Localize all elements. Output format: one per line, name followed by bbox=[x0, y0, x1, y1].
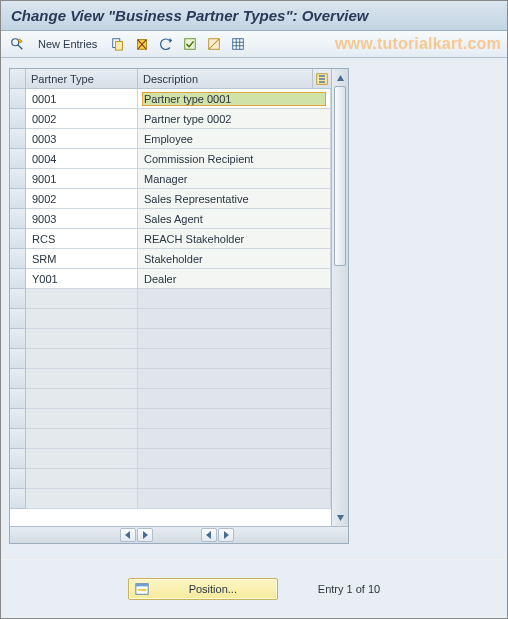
undo-icon[interactable] bbox=[156, 34, 176, 54]
cell-description[interactable] bbox=[138, 249, 331, 269]
scroll-left-icon-2[interactable] bbox=[201, 528, 217, 542]
cell-description[interactable] bbox=[138, 89, 331, 109]
table-settings-button[interactable] bbox=[313, 69, 331, 89]
cell-description[interactable] bbox=[138, 489, 331, 509]
col-header-description[interactable]: Description bbox=[138, 69, 313, 89]
row-handle[interactable] bbox=[10, 329, 26, 349]
cell-partner-type[interactable] bbox=[26, 89, 138, 109]
row-handle[interactable] bbox=[10, 309, 26, 329]
partner-type-input[interactable] bbox=[30, 172, 133, 186]
select-all-icon[interactable] bbox=[180, 34, 200, 54]
cell-partner-type[interactable] bbox=[26, 209, 138, 229]
row-handle[interactable] bbox=[10, 169, 26, 189]
row-handle[interactable] bbox=[10, 149, 26, 169]
cell-description[interactable] bbox=[138, 369, 331, 389]
cell-partner-type[interactable] bbox=[26, 429, 138, 449]
row-handle[interactable] bbox=[10, 129, 26, 149]
row-handle[interactable] bbox=[10, 189, 26, 209]
description-input[interactable] bbox=[142, 132, 326, 146]
cell-description[interactable] bbox=[138, 409, 331, 429]
partner-type-input[interactable] bbox=[30, 192, 133, 206]
cell-description[interactable] bbox=[138, 469, 331, 489]
partner-type-input[interactable] bbox=[30, 152, 133, 166]
cell-description[interactable] bbox=[138, 209, 331, 229]
cell-description[interactable] bbox=[138, 169, 331, 189]
row-handle[interactable] bbox=[10, 389, 26, 409]
description-input[interactable] bbox=[142, 92, 326, 106]
position-button[interactable]: Position... bbox=[128, 578, 278, 600]
scroll-right-icon[interactable] bbox=[137, 528, 153, 542]
partner-type-input[interactable] bbox=[30, 92, 133, 106]
table-settings-icon[interactable] bbox=[228, 34, 248, 54]
description-input[interactable] bbox=[142, 192, 326, 206]
cell-partner-type[interactable] bbox=[26, 449, 138, 469]
cell-partner-type[interactable] bbox=[26, 329, 138, 349]
partner-type-input[interactable] bbox=[30, 252, 133, 266]
toggle-change-icon[interactable] bbox=[7, 34, 27, 54]
description-input[interactable] bbox=[142, 112, 326, 126]
row-handle[interactable] bbox=[10, 369, 26, 389]
cell-description[interactable] bbox=[138, 389, 331, 409]
cell-description[interactable] bbox=[138, 329, 331, 349]
new-entries-button[interactable]: New Entries bbox=[31, 34, 104, 54]
description-input[interactable] bbox=[142, 212, 326, 226]
delete-icon[interactable] bbox=[132, 34, 152, 54]
row-handle[interactable] bbox=[10, 209, 26, 229]
row-handle[interactable] bbox=[10, 489, 26, 509]
row-handle[interactable] bbox=[10, 449, 26, 469]
row-handle[interactable] bbox=[10, 429, 26, 449]
cell-partner-type[interactable] bbox=[26, 289, 138, 309]
cell-description[interactable] bbox=[138, 149, 331, 169]
row-handle[interactable] bbox=[10, 469, 26, 489]
cell-partner-type[interactable] bbox=[26, 349, 138, 369]
cell-partner-type[interactable] bbox=[26, 249, 138, 269]
partner-type-input[interactable] bbox=[30, 132, 133, 146]
row-handle[interactable] bbox=[10, 89, 26, 109]
row-handle[interactable] bbox=[10, 349, 26, 369]
cell-description[interactable] bbox=[138, 289, 331, 309]
cell-partner-type[interactable] bbox=[26, 149, 138, 169]
cell-description[interactable] bbox=[138, 269, 331, 289]
cell-description[interactable] bbox=[138, 449, 331, 469]
cell-description[interactable] bbox=[138, 189, 331, 209]
description-input[interactable] bbox=[142, 152, 326, 166]
partner-type-input[interactable] bbox=[30, 272, 133, 286]
cell-partner-type[interactable] bbox=[26, 469, 138, 489]
row-handle[interactable] bbox=[10, 249, 26, 269]
row-handle[interactable] bbox=[10, 409, 26, 429]
cell-partner-type[interactable] bbox=[26, 109, 138, 129]
cell-partner-type[interactable] bbox=[26, 369, 138, 389]
partner-type-input[interactable] bbox=[30, 232, 133, 246]
cell-description[interactable] bbox=[138, 309, 331, 329]
cell-partner-type[interactable] bbox=[26, 389, 138, 409]
partner-type-input[interactable] bbox=[30, 212, 133, 226]
row-handle[interactable] bbox=[10, 109, 26, 129]
cell-partner-type[interactable] bbox=[26, 129, 138, 149]
cell-description[interactable] bbox=[138, 229, 331, 249]
cell-partner-type[interactable] bbox=[26, 309, 138, 329]
col-header-partner-type[interactable]: Partner Type bbox=[26, 69, 138, 89]
cell-partner-type[interactable] bbox=[26, 169, 138, 189]
deselect-all-icon[interactable] bbox=[204, 34, 224, 54]
copy-as-icon[interactable] bbox=[108, 34, 128, 54]
row-handle[interactable] bbox=[10, 269, 26, 289]
row-handle[interactable] bbox=[10, 229, 26, 249]
description-input[interactable] bbox=[142, 272, 326, 286]
horizontal-scrollbar[interactable] bbox=[10, 526, 348, 543]
cell-description[interactable] bbox=[138, 109, 331, 129]
cell-partner-type[interactable] bbox=[26, 269, 138, 289]
scroll-right-icon-2[interactable] bbox=[218, 528, 234, 542]
cell-partner-type[interactable] bbox=[26, 189, 138, 209]
vertical-scrollbar[interactable] bbox=[331, 69, 348, 526]
cell-partner-type[interactable] bbox=[26, 489, 138, 509]
description-input[interactable] bbox=[142, 232, 326, 246]
cell-description[interactable] bbox=[138, 129, 331, 149]
scroll-thumb[interactable] bbox=[334, 86, 346, 266]
cell-partner-type[interactable] bbox=[26, 409, 138, 429]
scroll-up-icon[interactable] bbox=[332, 70, 348, 86]
scroll-left-icon[interactable] bbox=[120, 528, 136, 542]
partner-type-input[interactable] bbox=[30, 112, 133, 126]
scroll-track[interactable] bbox=[332, 86, 348, 509]
cell-description[interactable] bbox=[138, 349, 331, 369]
description-input[interactable] bbox=[142, 172, 326, 186]
